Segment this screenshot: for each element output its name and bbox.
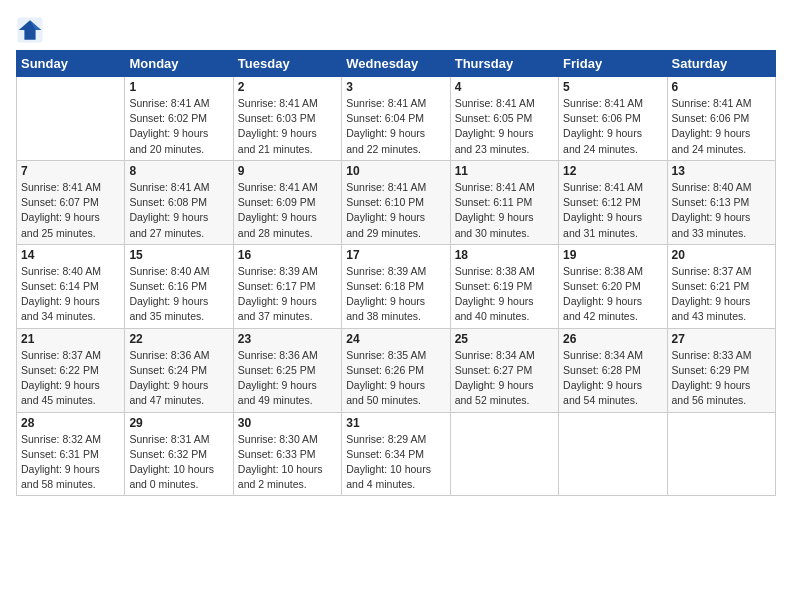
calendar-cell: 31Sunrise: 8:29 AM Sunset: 6:34 PM Dayli… <box>342 412 450 496</box>
day-number: 11 <box>455 164 554 178</box>
calendar-cell <box>559 412 667 496</box>
day-info: Sunrise: 8:30 AM Sunset: 6:33 PM Dayligh… <box>238 432 337 493</box>
calendar-cell: 14Sunrise: 8:40 AM Sunset: 6:14 PM Dayli… <box>17 244 125 328</box>
day-number: 10 <box>346 164 445 178</box>
calendar-cell: 26Sunrise: 8:34 AM Sunset: 6:28 PM Dayli… <box>559 328 667 412</box>
day-number: 1 <box>129 80 228 94</box>
day-info: Sunrise: 8:40 AM Sunset: 6:13 PM Dayligh… <box>672 180 771 241</box>
day-info: Sunrise: 8:41 AM Sunset: 6:12 PM Dayligh… <box>563 180 662 241</box>
calendar-week-row: 7Sunrise: 8:41 AM Sunset: 6:07 PM Daylig… <box>17 160 776 244</box>
day-number: 30 <box>238 416 337 430</box>
day-info: Sunrise: 8:35 AM Sunset: 6:26 PM Dayligh… <box>346 348 445 409</box>
day-info: Sunrise: 8:31 AM Sunset: 6:32 PM Dayligh… <box>129 432 228 493</box>
calendar-cell: 9Sunrise: 8:41 AM Sunset: 6:09 PM Daylig… <box>233 160 341 244</box>
day-number: 13 <box>672 164 771 178</box>
day-number: 31 <box>346 416 445 430</box>
day-number: 3 <box>346 80 445 94</box>
day-number: 28 <box>21 416 120 430</box>
day-info: Sunrise: 8:41 AM Sunset: 6:08 PM Dayligh… <box>129 180 228 241</box>
logo <box>16 16 46 44</box>
day-info: Sunrise: 8:41 AM Sunset: 6:07 PM Dayligh… <box>21 180 120 241</box>
calendar-cell: 13Sunrise: 8:40 AM Sunset: 6:13 PM Dayli… <box>667 160 775 244</box>
calendar-cell: 29Sunrise: 8:31 AM Sunset: 6:32 PM Dayli… <box>125 412 233 496</box>
day-number: 17 <box>346 248 445 262</box>
calendar-week-row: 28Sunrise: 8:32 AM Sunset: 6:31 PM Dayli… <box>17 412 776 496</box>
column-header-sunday: Sunday <box>17 51 125 77</box>
calendar-week-row: 21Sunrise: 8:37 AM Sunset: 6:22 PM Dayli… <box>17 328 776 412</box>
day-info: Sunrise: 8:41 AM Sunset: 6:11 PM Dayligh… <box>455 180 554 241</box>
day-number: 25 <box>455 332 554 346</box>
calendar-cell: 5Sunrise: 8:41 AM Sunset: 6:06 PM Daylig… <box>559 77 667 161</box>
calendar-cell: 1Sunrise: 8:41 AM Sunset: 6:02 PM Daylig… <box>125 77 233 161</box>
calendar-cell: 8Sunrise: 8:41 AM Sunset: 6:08 PM Daylig… <box>125 160 233 244</box>
calendar-cell: 7Sunrise: 8:41 AM Sunset: 6:07 PM Daylig… <box>17 160 125 244</box>
day-info: Sunrise: 8:34 AM Sunset: 6:28 PM Dayligh… <box>563 348 662 409</box>
day-number: 7 <box>21 164 120 178</box>
calendar-cell: 23Sunrise: 8:36 AM Sunset: 6:25 PM Dayli… <box>233 328 341 412</box>
calendar-header-row: SundayMondayTuesdayWednesdayThursdayFrid… <box>17 51 776 77</box>
day-number: 18 <box>455 248 554 262</box>
day-number: 23 <box>238 332 337 346</box>
calendar-week-row: 14Sunrise: 8:40 AM Sunset: 6:14 PM Dayli… <box>17 244 776 328</box>
calendar-cell: 30Sunrise: 8:30 AM Sunset: 6:33 PM Dayli… <box>233 412 341 496</box>
day-info: Sunrise: 8:41 AM Sunset: 6:10 PM Dayligh… <box>346 180 445 241</box>
day-info: Sunrise: 8:38 AM Sunset: 6:19 PM Dayligh… <box>455 264 554 325</box>
calendar-cell: 22Sunrise: 8:36 AM Sunset: 6:24 PM Dayli… <box>125 328 233 412</box>
day-info: Sunrise: 8:41 AM Sunset: 6:02 PM Dayligh… <box>129 96 228 157</box>
day-number: 16 <box>238 248 337 262</box>
day-info: Sunrise: 8:32 AM Sunset: 6:31 PM Dayligh… <box>21 432 120 493</box>
day-info: Sunrise: 8:39 AM Sunset: 6:17 PM Dayligh… <box>238 264 337 325</box>
calendar-cell: 11Sunrise: 8:41 AM Sunset: 6:11 PM Dayli… <box>450 160 558 244</box>
day-number: 12 <box>563 164 662 178</box>
calendar-cell: 24Sunrise: 8:35 AM Sunset: 6:26 PM Dayli… <box>342 328 450 412</box>
day-info: Sunrise: 8:38 AM Sunset: 6:20 PM Dayligh… <box>563 264 662 325</box>
day-info: Sunrise: 8:41 AM Sunset: 6:09 PM Dayligh… <box>238 180 337 241</box>
day-info: Sunrise: 8:37 AM Sunset: 6:22 PM Dayligh… <box>21 348 120 409</box>
day-number: 14 <box>21 248 120 262</box>
column-header-wednesday: Wednesday <box>342 51 450 77</box>
day-number: 5 <box>563 80 662 94</box>
day-number: 22 <box>129 332 228 346</box>
day-info: Sunrise: 8:41 AM Sunset: 6:06 PM Dayligh… <box>563 96 662 157</box>
day-info: Sunrise: 8:29 AM Sunset: 6:34 PM Dayligh… <box>346 432 445 493</box>
day-number: 15 <box>129 248 228 262</box>
day-number: 26 <box>563 332 662 346</box>
column-header-thursday: Thursday <box>450 51 558 77</box>
calendar-cell: 21Sunrise: 8:37 AM Sunset: 6:22 PM Dayli… <box>17 328 125 412</box>
calendar-cell: 6Sunrise: 8:41 AM Sunset: 6:06 PM Daylig… <box>667 77 775 161</box>
day-number: 29 <box>129 416 228 430</box>
day-number: 8 <box>129 164 228 178</box>
day-number: 20 <box>672 248 771 262</box>
day-number: 6 <box>672 80 771 94</box>
calendar-cell: 3Sunrise: 8:41 AM Sunset: 6:04 PM Daylig… <box>342 77 450 161</box>
day-number: 4 <box>455 80 554 94</box>
calendar-cell: 15Sunrise: 8:40 AM Sunset: 6:16 PM Dayli… <box>125 244 233 328</box>
page-container: SundayMondayTuesdayWednesdayThursdayFrid… <box>0 0 792 504</box>
day-info: Sunrise: 8:40 AM Sunset: 6:14 PM Dayligh… <box>21 264 120 325</box>
column-header-saturday: Saturday <box>667 51 775 77</box>
calendar-cell: 25Sunrise: 8:34 AM Sunset: 6:27 PM Dayli… <box>450 328 558 412</box>
calendar-cell: 28Sunrise: 8:32 AM Sunset: 6:31 PM Dayli… <box>17 412 125 496</box>
day-number: 24 <box>346 332 445 346</box>
calendar-cell: 12Sunrise: 8:41 AM Sunset: 6:12 PM Dayli… <box>559 160 667 244</box>
day-info: Sunrise: 8:36 AM Sunset: 6:24 PM Dayligh… <box>129 348 228 409</box>
calendar-cell: 10Sunrise: 8:41 AM Sunset: 6:10 PM Dayli… <box>342 160 450 244</box>
calendar-cell: 20Sunrise: 8:37 AM Sunset: 6:21 PM Dayli… <box>667 244 775 328</box>
header <box>16 16 776 44</box>
day-info: Sunrise: 8:41 AM Sunset: 6:03 PM Dayligh… <box>238 96 337 157</box>
calendar-cell <box>450 412 558 496</box>
calendar-week-row: 1Sunrise: 8:41 AM Sunset: 6:02 PM Daylig… <box>17 77 776 161</box>
logo-icon <box>16 16 44 44</box>
day-info: Sunrise: 8:36 AM Sunset: 6:25 PM Dayligh… <box>238 348 337 409</box>
calendar-cell: 4Sunrise: 8:41 AM Sunset: 6:05 PM Daylig… <box>450 77 558 161</box>
calendar-cell: 17Sunrise: 8:39 AM Sunset: 6:18 PM Dayli… <box>342 244 450 328</box>
column-header-tuesday: Tuesday <box>233 51 341 77</box>
calendar-cell: 16Sunrise: 8:39 AM Sunset: 6:17 PM Dayli… <box>233 244 341 328</box>
day-info: Sunrise: 8:41 AM Sunset: 6:05 PM Dayligh… <box>455 96 554 157</box>
calendar-cell <box>17 77 125 161</box>
calendar-cell <box>667 412 775 496</box>
day-info: Sunrise: 8:40 AM Sunset: 6:16 PM Dayligh… <box>129 264 228 325</box>
calendar-table: SundayMondayTuesdayWednesdayThursdayFrid… <box>16 50 776 496</box>
day-info: Sunrise: 8:41 AM Sunset: 6:06 PM Dayligh… <box>672 96 771 157</box>
day-number: 2 <box>238 80 337 94</box>
